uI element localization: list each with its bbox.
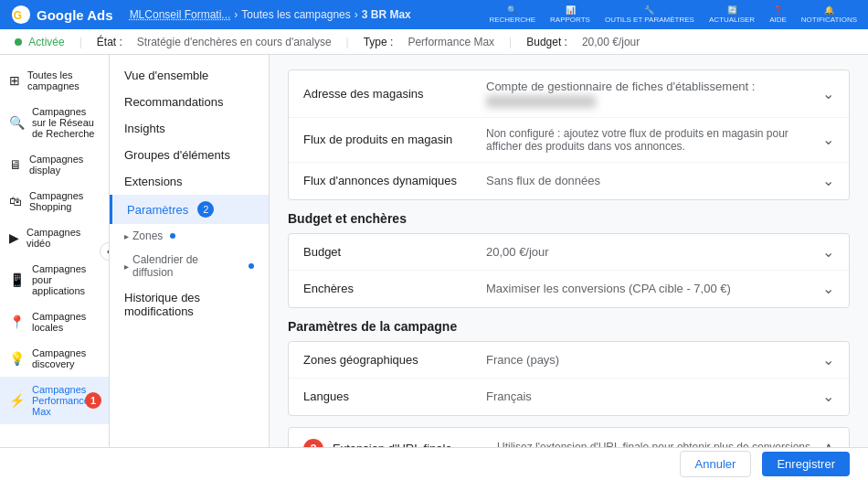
sub-nav-extensions[interactable]: Extensions: [110, 168, 269, 195]
flux-annonces-row: Flux d'annonces dynamiques Sans flux de …: [289, 163, 849, 199]
sidebar-item-locales[interactable]: 📍 Campagnes locales: [0, 304, 109, 340]
performance-max-badge: 1: [85, 392, 101, 409]
campagne-section-title: Paramètres de la campagne: [288, 319, 850, 334]
extension-chevron-icon[interactable]: ∧: [823, 439, 834, 447]
shopping-icon: 🛍: [9, 194, 22, 208]
sidebar-item-discovery[interactable]: 💡 Campagnes discovery: [0, 340, 109, 377]
sub-nav-groupes[interactable]: Groupes d'éléments: [110, 142, 269, 168]
calendrier-indicator: [249, 263, 254, 269]
sidebar-item-video[interactable]: ▶ Campagnes vidéo: [0, 219, 109, 256]
search-sidebar-icon: 🔍: [9, 115, 25, 130]
encheres-chevron-icon[interactable]: ⌄: [822, 280, 834, 297]
extension-url-section: 3 Extension d'URL finale Utilisez l'exte…: [288, 427, 850, 447]
svg-text:G: G: [14, 9, 22, 22]
breadcrumb-sep1: ›: [234, 8, 238, 21]
expand-icon: ▸: [124, 231, 129, 241]
tools-button[interactable]: 🔧 OUTILS ET PARAMÈTRES: [605, 5, 694, 24]
sub-nav-insights[interactable]: Insights: [110, 115, 269, 142]
campagne-card: Zones géographiques France (pays) ⌄ Lang…: [288, 341, 850, 416]
sidebar-item-performance-max[interactable]: ⚡ Campagnes Performance Max 1: [0, 377, 109, 424]
zones-geo-chevron-icon[interactable]: ⌄: [822, 351, 834, 368]
adresse-chevron-icon[interactable]: ⌄: [822, 85, 834, 102]
sub-nav-parametres[interactable]: Paramètres 2: [110, 195, 269, 224]
flux-produits-row: Flux de produits en magasin Non configur…: [289, 118, 849, 163]
budget-section-title: Budget et enchères: [288, 211, 850, 226]
breadcrumb-all[interactable]: Toutes les campagnes: [241, 8, 350, 21]
extension-badge: 3: [303, 439, 323, 447]
google-ads-logo-icon: G: [11, 5, 31, 25]
status-activated: Activée: [15, 36, 65, 48]
content-area: Adresse des magasins Compte de gestionna…: [270, 55, 868, 447]
breadcrumb-current: 3 BR Max: [362, 8, 411, 21]
flux-annonces-chevron-icon[interactable]: ⌄: [822, 172, 834, 189]
sidebar-item-display[interactable]: 🖥 Campagnes display: [0, 146, 109, 183]
search-button[interactable]: 🔍 RECHERCHE: [489, 5, 535, 24]
app-title: Google Ads: [37, 7, 113, 23]
discovery-icon: 💡: [9, 351, 25, 366]
footer: Annuler Enregistrer: [0, 447, 868, 480]
zones-geo-row: Zones géographiques France (pays) ⌄: [289, 342, 849, 379]
save-button[interactable]: Enregistrer: [762, 452, 850, 476]
header-actions: 🔍 RECHERCHE 📊 RAPPORTS 🔧 OUTILS ET PARAM…: [489, 5, 857, 24]
help-button[interactable]: ❓ AIDE: [769, 5, 787, 24]
status-type-value: Performance Max: [408, 36, 494, 48]
sub-nav-vue-ensemble[interactable]: Vue d'ensemble: [110, 62, 269, 89]
display-icon: 🖥: [9, 157, 22, 172]
tools-icon: 🔧: [644, 5, 654, 15]
notifications-icon: 🔔: [824, 5, 834, 15]
sidebar-item-toutes[interactable]: ⊞ Toutes les campagnes: [0, 62, 109, 99]
grid-icon: ⊞: [9, 73, 20, 88]
location-icon: 📍: [9, 315, 25, 329]
sub-nav: Vue d'ensemble Recommandations Insights …: [110, 55, 270, 447]
sidebar-item-reseau[interactable]: 🔍 Campagnes sur le Réseau de Recherche: [0, 99, 109, 146]
sidebar-item-apps[interactable]: 📱 Campagnes pour applications: [0, 256, 109, 304]
encheres-row: Enchères Maximiser les conversions (CPA …: [289, 271, 849, 307]
apps-icon: 📱: [9, 272, 25, 287]
status-budget-value: 20,00 €/jour: [582, 36, 640, 48]
magasins-card: Adresse des magasins Compte de gestionna…: [288, 69, 850, 200]
video-icon: ▶: [9, 230, 19, 245]
help-icon: ❓: [773, 5, 783, 15]
sub-nav-recommandations[interactable]: Recommandations: [110, 89, 269, 115]
cancel-button[interactable]: Annuler: [680, 451, 752, 477]
budget-row: Budget 20,00 €/jour ⌄: [289, 234, 849, 271]
notifications-button[interactable]: 🔔 NOTIFICATIONS: [801, 5, 857, 24]
sidebar-item-shopping[interactable]: 🛍 Campagnes Shopping: [0, 183, 109, 219]
zones-indicator: [170, 233, 175, 239]
search-icon: 🔍: [507, 5, 517, 15]
app-logo: G Google Ads: [11, 5, 113, 25]
refresh-icon: 🔄: [727, 5, 737, 15]
extension-header: 3 Extension d'URL finale Utilisez l'exte…: [289, 428, 849, 447]
budget-chevron-icon[interactable]: ⌄: [822, 243, 834, 261]
adresse-magasins-row: Adresse des magasins Compte de gestionna…: [289, 70, 849, 118]
expand-icon2: ▸: [124, 261, 129, 272]
top-header: G Google Ads MLConseil Formati... › Tout…: [0, 0, 868, 29]
flux-produits-chevron-icon[interactable]: ⌄: [822, 131, 834, 148]
sub-nav-zones[interactable]: ▸ Zones: [110, 224, 269, 248]
status-etat-label: État :: [97, 36, 122, 48]
status-dot: [15, 38, 22, 46]
sidebar: ⊞ Toutes les campagnes 🔍 Campagnes sur l…: [0, 55, 110, 447]
status-budget-label: Budget :: [526, 36, 567, 48]
status-type-label: Type :: [364, 36, 394, 48]
reports-icon: 📊: [566, 5, 576, 15]
reports-button[interactable]: 📊 RAPPORTS: [550, 5, 590, 24]
langues-chevron-icon[interactable]: ⌄: [822, 388, 834, 405]
breadcrumb: MLConseil Formati... › Toutes les campag…: [130, 8, 411, 21]
extension-description: Utilisez l'extension d'URL finale pour o…: [497, 439, 812, 447]
refresh-button[interactable]: 🔄 ACTUALISER: [709, 5, 755, 24]
breadcrumb-campaign[interactable]: MLConseil Formati...: [130, 8, 231, 21]
main-layout: ⊞ Toutes les campagnes 🔍 Campagnes sur l…: [0, 55, 868, 447]
status-bar: Activée | État : Stratégie d'enchères en…: [0, 29, 868, 55]
sub-nav-calendrier[interactable]: ▸ Calendrier de diffusion: [110, 248, 269, 284]
status-etat-value: Stratégie d'enchères en cours d'analyse: [137, 36, 332, 48]
sub-nav-historique[interactable]: Historique des modifications: [110, 284, 269, 325]
breadcrumb-sep2: ›: [355, 8, 358, 21]
budget-card: Budget 20,00 €/jour ⌄ Enchères Maximiser…: [288, 233, 850, 308]
parametres-badge: 2: [197, 201, 214, 218]
langues-row: Langues Français ⌄: [289, 379, 849, 415]
performance-icon: ⚡: [9, 393, 25, 408]
